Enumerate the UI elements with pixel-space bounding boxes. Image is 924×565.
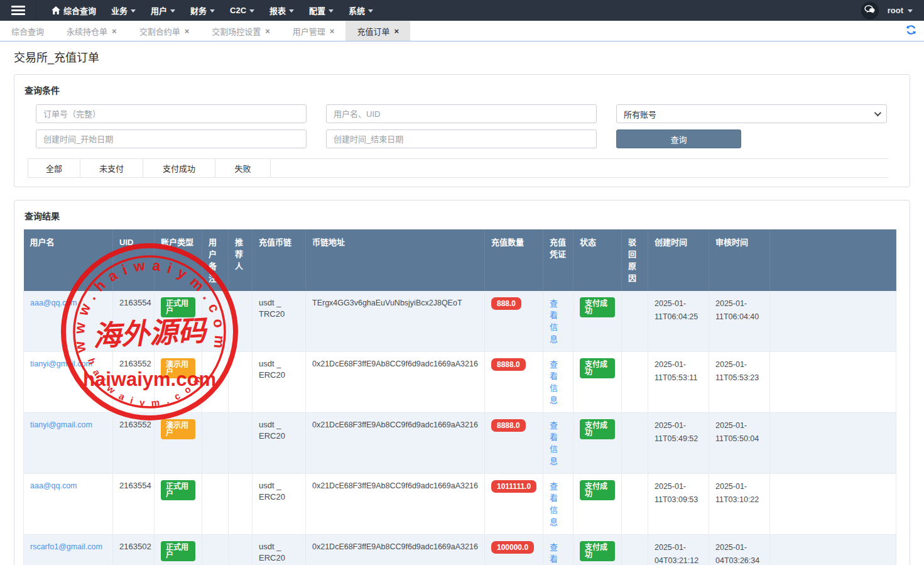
- tab-永续持仓单[interactable]: 永续持仓单×: [55, 21, 128, 41]
- search-button[interactable]: 查询: [616, 129, 741, 148]
- username-link[interactable]: tianyi@gmail.com: [30, 359, 92, 368]
- username-link[interactable]: tianyi@gmail.com: [30, 420, 92, 429]
- chain-address: 0x21DcE68F3ffE9Ab8CC9f6d9adc1669aA321645…: [312, 358, 478, 370]
- nav-item-home[interactable]: 综合查询: [44, 0, 104, 21]
- referrer-cell: [229, 352, 253, 413]
- tab-label: 交割场控设置: [212, 25, 261, 37]
- order-no-input[interactable]: [36, 104, 307, 123]
- nav-item-label: 财务: [190, 4, 207, 16]
- start-date-input[interactable]: [36, 129, 307, 148]
- tab-label: 充值订单: [357, 25, 389, 37]
- chevron-down-icon: [249, 9, 254, 13]
- tab-用户管理[interactable]: 用户管理×: [281, 21, 346, 41]
- created-time-cell: 2025-01-11T03:09:53: [648, 474, 709, 535]
- reject-reason-cell: [622, 535, 648, 565]
- empty-cell: [770, 535, 896, 565]
- status-badge: 支付成功: [580, 297, 615, 317]
- nav-item-2[interactable]: 用户: [143, 0, 183, 21]
- audit-time: 2025-01-11T05:53:23: [715, 358, 763, 385]
- close-tab-icon[interactable]: ×: [112, 27, 117, 35]
- filter-tab-全部[interactable]: 全部: [28, 159, 80, 177]
- chain-cell: usdt _ TRC20: [253, 291, 306, 352]
- empty-cell: [770, 474, 896, 535]
- audit-time: 2025-01-04T03:26:34: [715, 541, 763, 565]
- filter-tab-失败[interactable]: 失败: [215, 159, 271, 177]
- created-time-cell: 2025-01-11T05:53:11: [648, 352, 709, 413]
- view-info-link[interactable]: 查看信息: [550, 358, 558, 406]
- status-filter-tabs: 全部未支付支付成功失败: [28, 158, 888, 178]
- created-time: 2025-01-04T03:21:12: [655, 541, 702, 565]
- column-header-用户备注: 用户备注: [202, 229, 229, 291]
- voucher-cell: 查看信息: [543, 535, 573, 565]
- uid-cell: 2163552: [113, 352, 155, 413]
- column-header-审核时间: 审核时间: [709, 229, 770, 291]
- voucher-cell: 查看信息: [543, 352, 573, 413]
- chevron-down-icon: [908, 9, 913, 13]
- chevron-down-icon: [329, 9, 334, 13]
- tab-综合查询[interactable]: 综合查询: [0, 21, 55, 41]
- user-menu[interactable]: root: [888, 6, 913, 15]
- created-time: 2025-01-11T05:49:52: [655, 419, 702, 446]
- audit-time: 2025-01-11T03:10:22: [715, 480, 763, 507]
- username-link[interactable]: aaa@qq.com: [30, 481, 77, 490]
- chain-cell: usdt _ ERC20: [253, 413, 306, 474]
- user-uid-input[interactable]: [326, 104, 597, 123]
- user-remark-cell: [202, 535, 229, 565]
- reject-reason-cell: [622, 413, 648, 474]
- messages-button[interactable]: [861, 2, 879, 19]
- created-time-cell: 2025-01-04T03:21:12: [648, 535, 709, 565]
- account-type-cell: 演示用户: [155, 413, 202, 474]
- end-date-input[interactable]: [326, 129, 597, 148]
- account-type-badge: 演示用户: [161, 419, 195, 439]
- created-time-cell: 2025-01-11T05:49:52: [648, 413, 709, 474]
- close-tab-icon[interactable]: ×: [185, 27, 190, 35]
- chevron-down-icon: [210, 9, 215, 13]
- account-type-badge: 正式用户: [161, 480, 195, 500]
- chat-bubbles-icon: [864, 5, 875, 16]
- chain-cell: usdt _ ERC20: [253, 535, 306, 565]
- column-header-创建时间: 创建时间: [648, 229, 709, 291]
- nav-item-label: 配置: [309, 4, 325, 16]
- account-select[interactable]: 所有账号: [616, 104, 887, 123]
- account-type-badge: 正式用户: [161, 297, 195, 317]
- query-panel-title: 查询条件: [14, 75, 910, 96]
- close-tab-icon[interactable]: ×: [265, 27, 270, 35]
- username-link[interactable]: rscarfo1@gmail.com: [30, 542, 102, 551]
- refresh-icon[interactable]: [905, 23, 918, 38]
- nav-item-label: 报表: [269, 4, 286, 16]
- nav-item-4[interactable]: C2C: [222, 0, 262, 21]
- close-tab-icon[interactable]: ×: [330, 27, 335, 35]
- username-link[interactable]: aaa@qq.com: [30, 299, 77, 307]
- column-header-充值凭证: 充值凭证: [543, 229, 573, 291]
- empty-cell: [770, 352, 896, 413]
- filter-tab-支付成功[interactable]: 支付成功: [143, 159, 215, 177]
- tab-充值订单[interactable]: 充值订单×: [345, 21, 410, 41]
- nav-item-6[interactable]: 配置: [302, 0, 341, 21]
- nav-item-5[interactable]: 报表: [262, 0, 302, 21]
- username-label: root: [888, 6, 903, 15]
- home-icon: [52, 6, 60, 14]
- results-table: 用户名UID账户类型用户备注推荐人充值币链币链地址充值数量充值凭证状态驳回原因创…: [23, 229, 896, 565]
- user-remark-cell: [202, 413, 229, 474]
- voucher-cell: 查看信息: [543, 474, 573, 535]
- nav-item-7[interactable]: 系统: [341, 0, 381, 21]
- close-tab-icon[interactable]: ×: [394, 27, 399, 35]
- tab-交割场控设置[interactable]: 交割场控设置×: [200, 21, 281, 41]
- view-info-link[interactable]: 查看信息: [550, 419, 558, 467]
- nav-item-label: C2C: [230, 6, 246, 15]
- status-cell: 支付成功: [573, 291, 622, 352]
- sidebar-toggle-button[interactable]: [0, 0, 36, 21]
- user-remark-cell: [202, 474, 229, 535]
- audit-time-cell: 2025-01-11T05:53:23: [709, 352, 770, 413]
- view-info-link[interactable]: 查看信息: [550, 297, 558, 345]
- uid-cell: 2163552: [113, 413, 155, 474]
- nav-item-3[interactable]: 财务: [183, 0, 222, 21]
- address-cell: 0x21DcE68F3ffE9Ab8CC9f6d9adc1669aA321645…: [306, 352, 485, 413]
- view-info-link[interactable]: 查看信息: [550, 541, 558, 565]
- view-info-link[interactable]: 查看信息: [550, 480, 558, 528]
- tab-交割合约单[interactable]: 交割合约单×: [128, 21, 201, 41]
- reject-reason-cell: [622, 352, 648, 413]
- nav-item-1[interactable]: 业务: [104, 0, 143, 21]
- table-row: rscarfo1@gmail.com2163502正式用户usdt _ ERC2…: [24, 535, 896, 565]
- filter-tab-未支付[interactable]: 未支付: [80, 159, 143, 177]
